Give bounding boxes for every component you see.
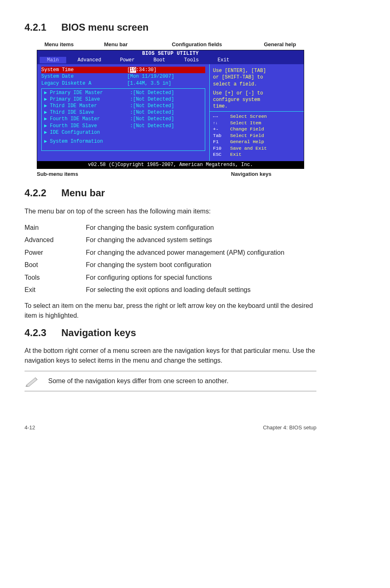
nav-txt: Select Field: [230, 133, 264, 138]
def: For changing the advanced power manageme…: [86, 247, 285, 259]
label-sys-info: System Information: [50, 138, 103, 145]
row-ide-0[interactable]: ▶Primary IDE Master:[Not Detected]: [44, 90, 202, 96]
row-ide-3[interactable]: ▶Third IDE Slave:[Not Detected]: [44, 109, 202, 116]
term: Main: [25, 222, 86, 234]
row-system-time[interactable]: System Time [19:34:30]: [41, 67, 205, 73]
sectitle: Menu bar: [61, 187, 105, 198]
submenu-icon: ▶: [44, 123, 50, 129]
help-line: time.: [213, 103, 300, 110]
term: Power: [25, 247, 86, 259]
s3-body: At the bottom right corner of a menu scr…: [25, 346, 316, 365]
value-ide: :[Not Detected]: [130, 103, 174, 109]
label-system-time: System Time: [41, 67, 127, 73]
nav-key: Tab: [213, 132, 230, 139]
table-row: ExitFor selecting the exit options and l…: [25, 284, 285, 296]
table-row: ToolsFor configuring options for special…: [25, 272, 285, 284]
nav-key: +-: [213, 126, 230, 132]
table-row: MainFor changing the basic system config…: [25, 222, 285, 234]
label-legacy: Legacy Diskette A: [41, 80, 127, 87]
submenu-icon: ▶: [44, 90, 50, 96]
value-ide: :[Not Detected]: [130, 96, 174, 103]
page-footer: 4-12 Chapter 4: BIOS setup: [25, 412, 316, 431]
row-ide-2[interactable]: ▶Third IDE Master:[Not Detected]: [44, 103, 202, 109]
term: Tools: [25, 272, 86, 284]
table-row: PowerFor changing the advanced power man…: [25, 247, 285, 259]
label-ide-config: IDE Configuration: [50, 129, 100, 136]
def: For changing the basic system configurat…: [86, 222, 285, 234]
heading-4-2-3: 4.2.3Navigation keys: [25, 326, 316, 340]
nav-txt: Change Field: [230, 126, 264, 132]
submenu-icon: ▶: [44, 96, 50, 103]
row-ide-5[interactable]: ▶Fourth IDE Slave:[Not Detected]: [44, 123, 202, 129]
row-ide-config[interactable]: ▶IDE Configuration: [44, 129, 202, 136]
diagram-bottom-labels: Sub-menu items Navigation keys: [37, 171, 304, 178]
table-row: BootFor changing the system boot configu…: [25, 259, 285, 271]
value-ide: :[Not Detected]: [130, 90, 174, 96]
nav-key: F10: [213, 145, 230, 152]
nav-txt: Save and Exit: [230, 146, 267, 151]
menubar-exit[interactable]: Exit: [210, 57, 237, 63]
label-ide: Fourth IDE Master: [50, 116, 130, 122]
nav-txt: Select Screen: [230, 114, 267, 119]
row-legacy-diskette[interactable]: Legacy Diskette A [1.44M, 3.5 in]: [41, 80, 205, 87]
sectitle: BIOS menu screen: [61, 22, 148, 33]
value-ide: :[Not Detected]: [130, 116, 174, 122]
pencil-icon: [25, 375, 40, 387]
bios-right-pane: Use [ENTER], [TAB] or [SHIFT-TAB] to sel…: [209, 64, 304, 161]
footer-right: Chapter 4: BIOS setup: [263, 424, 316, 431]
bios-body: System Time [19:34:30] System Date [Mon …: [37, 64, 304, 161]
table-row: AdvancedFor changing the advanced system…: [25, 234, 285, 246]
help-line: select a field.: [213, 81, 300, 88]
value-system-date: [Mon 11/19/2007]: [127, 73, 174, 80]
help-box: Use [ENTER], [TAB] or [SHIFT-TAB] to sel…: [210, 66, 304, 111]
submenu-icon: ▶: [44, 138, 50, 145]
def: For selecting the exit options and loadi…: [86, 284, 285, 296]
secnum: 4.2.2: [25, 186, 61, 200]
s2-outro: To select an item on the menu bar, press…: [25, 301, 316, 320]
help-line: configure system: [213, 97, 300, 103]
footer-left: 4-12: [25, 424, 35, 431]
row-ide-1[interactable]: ▶Primary IDE Slave:[Not Detected]: [44, 96, 202, 103]
ide-box: ▶Primary IDE Master:[Not Detected] ▶Prim…: [41, 88, 205, 151]
term: Advanced: [25, 234, 86, 246]
bios-menubar: Main Advanced Power Boot Tools Exit: [37, 57, 304, 64]
submenu-icon: ▶: [44, 103, 50, 109]
value-system-time: [19:34:30]: [127, 67, 157, 73]
submenu-icon: ▶: [44, 129, 50, 136]
sectitle: Navigation keys: [61, 327, 136, 338]
nav-key: ↑↓: [213, 121, 230, 126]
menubar-tools[interactable]: Tools: [177, 57, 206, 63]
nav-key: ←→: [213, 114, 230, 120]
menubar-main[interactable]: Main: [40, 57, 66, 63]
menubar-boot[interactable]: Boot: [146, 57, 173, 63]
label-ide: Primary IDE Slave: [50, 96, 130, 103]
row-system-date[interactable]: System Date [Mon 11/19/2007]: [41, 73, 205, 80]
submenu-icon: ▶: [44, 116, 50, 122]
label-menu-items: Menu items: [37, 41, 81, 48]
nav-key: F1: [213, 139, 230, 145]
value-ide: :[Not Detected]: [130, 109, 174, 116]
nav-key: ESC: [213, 151, 230, 158]
label-nav-keys: Navigation keys: [231, 171, 271, 178]
note-text: Some of the navigation keys differ from …: [48, 377, 229, 386]
label-config-fields: Configuration fields: [150, 41, 244, 48]
menu-desc-table: MainFor changing the basic system config…: [25, 222, 285, 296]
menubar-advanced[interactable]: Advanced: [70, 57, 109, 63]
submenu-icon: ▶: [44, 109, 50, 116]
label-general-help: General help: [244, 41, 316, 48]
help-line: Use [+] or [-] to: [213, 90, 300, 97]
bios-left-pane: System Time [19:34:30] System Date [Mon …: [37, 64, 209, 161]
label-menu-bar: Menu bar: [81, 41, 150, 48]
label-sub-menu-items: Sub-menu items: [37, 171, 78, 178]
help-line: or [SHIFT-TAB] to: [213, 74, 300, 81]
def: For configuring options for special func…: [86, 272, 285, 284]
nav-txt: General Help: [230, 139, 264, 144]
term: Exit: [25, 284, 86, 296]
label-system-date: System Date: [41, 73, 127, 80]
row-ide-4[interactable]: ▶Fourth IDE Master:[Not Detected]: [44, 116, 202, 122]
row-sys-info[interactable]: ▶System Information: [44, 138, 202, 145]
value-ide: :[Not Detected]: [130, 123, 174, 129]
secnum: 4.2.3: [25, 326, 61, 340]
menubar-power[interactable]: Power: [112, 57, 142, 63]
diagram-top-labels: Menu items Menu bar Configuration fields…: [25, 41, 316, 48]
